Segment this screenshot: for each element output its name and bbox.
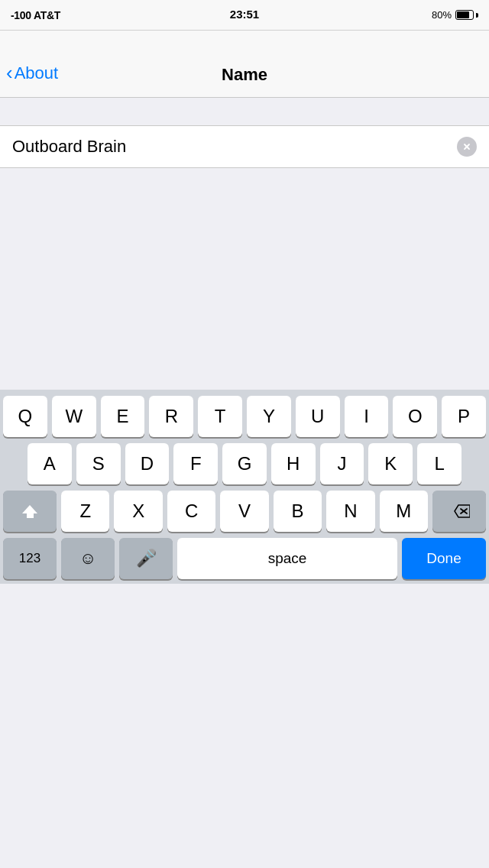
delete-button[interactable] bbox=[432, 491, 486, 532]
keyboard-row-3: Z X C V B N M bbox=[0, 491, 489, 532]
page-title: Name bbox=[222, 65, 267, 85]
key-A[interactable]: A bbox=[28, 443, 72, 484]
microphone-button[interactable]: 🎤 bbox=[119, 538, 173, 579]
svg-marker-3 bbox=[455, 505, 470, 517]
keyboard-bottom-row: 123 ☺ 🎤 space Done bbox=[0, 538, 489, 579]
battery-icon bbox=[455, 10, 478, 20]
key-X[interactable]: X bbox=[114, 491, 162, 532]
section-spacer bbox=[0, 98, 489, 125]
space-button[interactable]: space bbox=[177, 538, 397, 579]
key-W[interactable]: W bbox=[52, 396, 96, 437]
key-G[interactable]: G bbox=[222, 443, 267, 484]
nav-bar: ‹ About Name bbox=[0, 31, 489, 98]
key-C[interactable]: C bbox=[167, 491, 215, 532]
key-M[interactable]: M bbox=[380, 491, 428, 532]
name-input[interactable] bbox=[12, 137, 457, 157]
key-U[interactable]: U bbox=[296, 396, 340, 437]
space-label: space bbox=[268, 550, 307, 567]
key-T[interactable]: T bbox=[198, 396, 242, 437]
key-H[interactable]: H bbox=[271, 443, 316, 484]
back-label: About bbox=[15, 63, 59, 83]
input-row bbox=[0, 125, 489, 168]
clear-button[interactable] bbox=[457, 137, 477, 157]
key-I[interactable]: I bbox=[345, 396, 389, 437]
chevron-left-icon: ‹ bbox=[6, 61, 13, 85]
shift-icon bbox=[22, 505, 37, 518]
key-O[interactable]: O bbox=[393, 396, 437, 437]
carrier-text: -100 AT&T bbox=[11, 9, 60, 21]
microphone-icon: 🎤 bbox=[136, 549, 157, 568]
key-K[interactable]: K bbox=[368, 443, 413, 484]
battery-percent: 80% bbox=[432, 9, 452, 21]
key-J[interactable]: J bbox=[320, 443, 364, 484]
done-button[interactable]: Done bbox=[402, 538, 486, 579]
delete-icon bbox=[449, 504, 470, 519]
content-area bbox=[0, 168, 489, 390]
key-L[interactable]: L bbox=[417, 443, 461, 484]
key-N[interactable]: N bbox=[326, 491, 374, 532]
key-F[interactable]: F bbox=[173, 443, 218, 484]
key-B[interactable]: B bbox=[274, 491, 322, 532]
emoji-button[interactable]: ☺ bbox=[61, 538, 115, 579]
back-button[interactable]: ‹ About bbox=[6, 61, 58, 85]
key-P[interactable]: P bbox=[442, 396, 486, 437]
keyboard-row-1: Q W E R T Y U I O P bbox=[0, 396, 489, 437]
status-right: 80% bbox=[432, 9, 478, 21]
key-S[interactable]: S bbox=[76, 443, 121, 484]
key-Z[interactable]: Z bbox=[61, 491, 109, 532]
shift-button[interactable] bbox=[3, 491, 57, 532]
clear-icon bbox=[461, 141, 472, 152]
emoji-icon: ☺ bbox=[79, 549, 96, 568]
key-Q[interactable]: Q bbox=[3, 396, 47, 437]
key-Y[interactable]: Y bbox=[247, 396, 291, 437]
key-D[interactable]: D bbox=[125, 443, 170, 484]
done-label: Done bbox=[426, 550, 461, 567]
key-E[interactable]: E bbox=[101, 396, 145, 437]
time-text: 23:51 bbox=[230, 8, 259, 21]
keyboard-row-2: A S D F G H J K L bbox=[0, 443, 489, 484]
keyboard: Q W E R T Y U I O P A S D F G H J K L Z … bbox=[0, 390, 489, 584]
numbers-button[interactable]: 123 bbox=[3, 538, 57, 579]
key-V[interactable]: V bbox=[220, 491, 268, 532]
key-R[interactable]: R bbox=[149, 396, 193, 437]
status-bar: -100 AT&T 23:51 80% bbox=[0, 0, 489, 31]
